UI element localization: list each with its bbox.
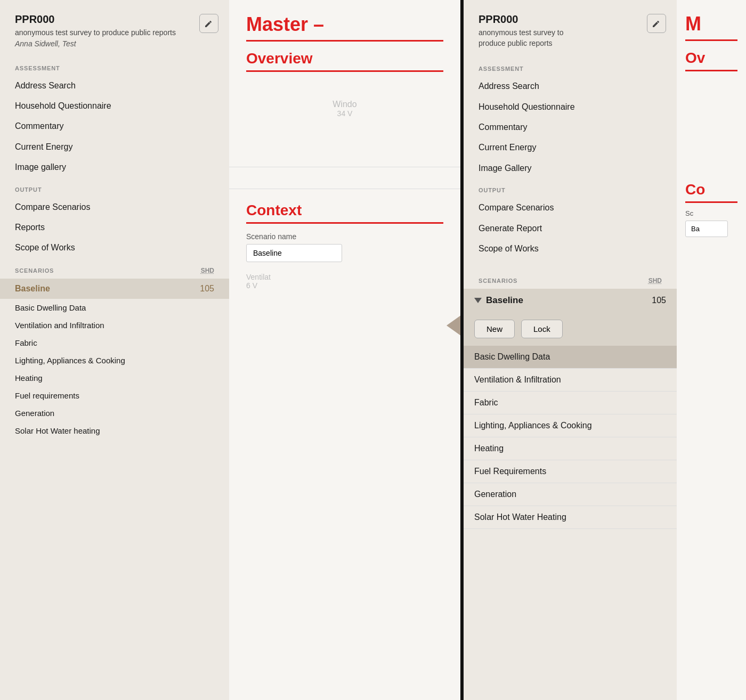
left-scenarios-shd: SHD <box>201 267 214 274</box>
right-output-header: OUTPUT <box>464 178 677 198</box>
left-sub-lighting[interactable]: Lighting, Appliances & Cooking <box>0 352 229 369</box>
dropdown-item-fabric[interactable]: Fabric <box>464 392 677 414</box>
far-right-master-title: M <box>685 13 737 35</box>
far-right-overview-underline <box>685 70 737 71</box>
left-sub-fabric[interactable]: Fabric <box>0 334 229 352</box>
dropdown-item-basic-dwelling[interactable]: Basic Dwelling Data <box>464 346 677 369</box>
context-title: Context <box>246 202 443 219</box>
right-scenarios-header: SCENARIOS SHD <box>464 268 677 289</box>
left-sub-solar[interactable]: Solar Hot Water heating <box>0 422 229 439</box>
center-chart-area: Windo 34 V <box>229 72 460 145</box>
left-output-header: OUTPUT <box>0 178 229 197</box>
right-nav-scope-of-works[interactable]: Scope of Works <box>464 239 677 259</box>
right-baseline-number: 105 <box>652 296 666 305</box>
dropdown-item-fuel[interactable]: Fuel Requirements <box>464 460 677 483</box>
left-baseline-label: Baseline <box>15 284 50 294</box>
right-project-code: PPR000 <box>479 13 564 26</box>
scenario-name-label: Scenario name <box>246 232 443 241</box>
far-right-underline <box>685 39 737 41</box>
far-right-sc-label: Sc <box>685 209 737 217</box>
far-right-context: Co Sc Ba <box>677 75 746 237</box>
dropdown-item-solar[interactable]: Solar Hot Water Heating <box>464 506 677 529</box>
left-nav-commentary[interactable]: Commentary <box>0 116 229 136</box>
far-right-ba-input: Ba <box>685 221 737 237</box>
left-sidebar: PPR000 anonymous test survey to produce … <box>0 0 229 700</box>
left-nav-compare-scenarios[interactable]: Compare Scenarios <box>0 197 229 217</box>
center-master-underline <box>246 40 443 42</box>
right-nav-address-search[interactable]: Address Search <box>464 76 677 96</box>
center-header: Master – <box>229 0 460 42</box>
left-assessment-header: ASSESSMENT <box>0 56 229 76</box>
center-window-label: Windo 34 V <box>246 89 443 128</box>
lock-button[interactable]: Lock <box>521 320 563 338</box>
context-underline <box>246 222 443 224</box>
left-edit-button[interactable] <box>199 14 218 33</box>
right-baseline-row[interactable]: Baseline 105 <box>464 289 677 312</box>
right-assessment-header: ASSESSMENT <box>464 57 677 76</box>
right-nav-generate-report[interactable]: Generate Report <box>464 218 677 239</box>
right-nav-image-gallery[interactable]: Image Gallery <box>464 158 677 178</box>
left-baseline-row[interactable]: Baseline 105 <box>0 279 229 299</box>
right-nav-compare-scenarios[interactable]: Compare Scenarios <box>464 198 677 218</box>
left-nav-current-energy[interactable]: Current Energy <box>0 137 229 157</box>
right-nav-commentary[interactable]: Commentary <box>464 117 677 137</box>
right-project-description: anonymous test survey toproduce public r… <box>479 28 564 48</box>
left-project-info: PPR000 anonymous test survey to produce … <box>15 13 176 48</box>
left-baseline-number: 105 <box>200 284 214 294</box>
right-header: PPR000 anonymous test survey toproduce p… <box>464 0 677 57</box>
dropdown-item-generation[interactable]: Generation <box>464 483 677 506</box>
scenario-name-input[interactable] <box>246 244 342 262</box>
far-right-overview: Ov <box>685 50 737 67</box>
center-ventilation-area: Ventilat 6 V <box>229 262 460 300</box>
center-overview-title: Overview <box>229 50 460 67</box>
left-project-author: Anna Sidwell, Test <box>15 39 176 48</box>
left-sub-generation[interactable]: Generation <box>0 404 229 422</box>
right-baseline-left: Baseline <box>474 295 523 306</box>
right-spacer <box>464 259 677 268</box>
right-project-info: PPR000 anonymous test survey toproduce p… <box>479 13 564 48</box>
left-sub-heating[interactable]: Heating <box>0 369 229 387</box>
left-sub-ventilation[interactable]: Ventilation and Infiltration <box>0 316 229 334</box>
right-scenarios-shd: SHD <box>648 277 662 284</box>
left-project-description: anonymous test survey to produce public … <box>15 28 176 38</box>
left-scenarios-header: SCENARIOS SHD <box>0 258 229 279</box>
dropdown-item-heating[interactable]: Heating <box>464 437 677 460</box>
right-nav-current-energy[interactable]: Current Energy <box>464 137 677 158</box>
dropdown-item-ventilation[interactable]: Ventilation & Infiltration <box>464 369 677 392</box>
left-scenarios-label: SCENARIOS <box>15 267 54 274</box>
far-right-partial: M Ov Co Sc Ba <box>677 0 746 700</box>
right-baseline-label: Baseline <box>486 295 523 306</box>
right-sidebar: PPR000 anonymous test survey toproduce p… <box>464 0 677 700</box>
far-right-context-label: Co <box>685 181 737 198</box>
left-sub-fuel[interactable]: Fuel requirements <box>0 387 229 404</box>
left-nav-image-gallery[interactable]: Image gallery <box>0 157 229 177</box>
center-content: Master – Overview Windo 34 V Context Sce… <box>229 0 460 700</box>
context-section: Context Scenario name <box>229 189 460 262</box>
left-project-code: PPR000 <box>15 13 176 26</box>
left-nav-scope-of-works[interactable]: Scope of Works <box>0 238 229 258</box>
left-nav-reports[interactable]: Reports <box>0 217 229 238</box>
new-button[interactable]: New <box>474 320 515 338</box>
dropdown-item-lighting[interactable]: Lighting, Appliances & Cooking <box>464 414 677 437</box>
right-edit-button[interactable] <box>647 14 666 33</box>
far-right-header: M Ov <box>677 0 746 71</box>
center-master-title: Master – <box>246 13 443 36</box>
collapse-arrow-button[interactable] <box>447 315 460 336</box>
right-scenarios-label: SCENARIOS <box>479 278 517 284</box>
left-nav-address-search[interactable]: Address Search <box>0 76 229 96</box>
left-header: PPR000 anonymous test survey to produce … <box>0 0 229 56</box>
left-nav-household-questionnaire[interactable]: Household Questionnaire <box>0 96 229 116</box>
triangle-down-icon <box>474 298 482 303</box>
right-nav-household-questionnaire[interactable]: Household Questionnaire <box>464 97 677 117</box>
left-sub-basic-dwelling[interactable]: Basic Dwelling Data <box>0 299 229 316</box>
center-divider <box>229 167 460 167</box>
far-right-context-underline <box>685 201 737 203</box>
dropdown-buttons-area: New Lock <box>464 312 677 346</box>
